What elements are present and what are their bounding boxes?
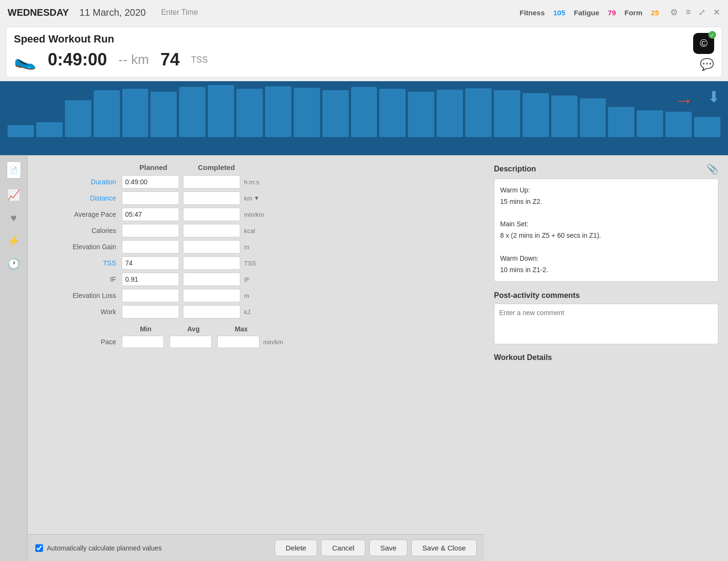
completed-input-6[interactable]: [183, 273, 240, 286]
planned-input-0[interactable]: [122, 175, 179, 189]
app-window: WEDNESDAY 11 March, 2020 Enter Time Fitn…: [0, 0, 728, 561]
unit-1: km ▼: [244, 195, 259, 202]
right-panel: Description 📎 Warm Up: 15 mins in Z2. Ma…: [484, 156, 728, 561]
form-label-5[interactable]: TSS: [33, 259, 122, 267]
completed-input-3[interactable]: [183, 224, 240, 237]
chart-bar: [551, 95, 578, 137]
mam-avg-input-0[interactable]: [170, 336, 212, 348]
planned-input-4[interactable]: [122, 240, 179, 254]
document-icon[interactable]: 📄: [7, 161, 21, 179]
mam-unit-0: min/km: [263, 339, 283, 346]
cancel-button[interactable]: Cancel: [321, 540, 365, 556]
bottom-buttons: Delete Cancel Save Save & Close: [275, 540, 477, 556]
planned-input-5[interactable]: [122, 256, 179, 270]
form-column: Planned Completed Duration h:m:s Distanc…: [28, 156, 484, 561]
chart-bar: [94, 90, 120, 137]
chart-bar: [8, 125, 34, 137]
date-label: 11 March, 2020: [79, 7, 146, 18]
form-label-2: Average Pace: [33, 211, 122, 218]
chart-bar: [179, 87, 205, 137]
max-header: Max: [217, 325, 265, 333]
save-close-button[interactable]: Save & Close: [411, 540, 477, 556]
completed-input-1[interactable]: [183, 191, 240, 205]
fitness-stats: Fitness 105 Fatigue 79 Form 25: [520, 9, 659, 17]
description-box: Warm Up: 15 mins in Z2. Main Set: 8 x (2…: [494, 179, 718, 282]
planned-input-8[interactable]: [122, 305, 179, 318]
lightning-icon[interactable]: ⚡: [7, 235, 20, 247]
form-row: Calories kcal: [33, 224, 479, 237]
auto-calc-section: Automatically calculate planned values: [35, 544, 161, 552]
workout-time: 0:49:00: [48, 50, 107, 70]
fatigue-label: Fatigue: [574, 9, 599, 17]
description-header: Description 📎: [494, 163, 718, 175]
planned-input-7[interactable]: [122, 289, 179, 302]
expand-icon[interactable]: ⤢: [698, 7, 706, 18]
delete-button[interactable]: Delete: [275, 540, 317, 556]
settings-icon[interactable]: ⚙: [670, 7, 678, 18]
window-controls: ⚙ ≡ ⤢ ✕: [670, 7, 720, 18]
completed-input-7[interactable]: [183, 289, 240, 302]
chart-bar: [322, 90, 349, 137]
completed-input-8[interactable]: [183, 305, 240, 318]
completed-input-5[interactable]: [183, 256, 240, 270]
chart-bar: [65, 100, 91, 137]
form-label-8: Work: [33, 308, 122, 316]
chart-bar: [665, 112, 692, 137]
workout-distance: -- km: [118, 52, 149, 67]
comment-input[interactable]: [494, 304, 718, 344]
chart-icon[interactable]: 📈: [7, 189, 20, 201]
arrow-indicator: →: [674, 90, 694, 111]
unit-2: min/km: [244, 211, 264, 218]
chart-bar: [122, 89, 149, 137]
comments-section: Post-activity comments: [494, 291, 718, 346]
menu-icon[interactable]: ≡: [685, 7, 691, 18]
heart-icon[interactable]: ♥: [11, 212, 17, 224]
mam-min-input-0[interactable]: [122, 336, 164, 348]
mam-max-input-0[interactable]: [217, 336, 259, 348]
chart-bar: [379, 89, 406, 137]
fatigue-value: 79: [608, 9, 616, 17]
chart-bar: [208, 85, 234, 137]
form-rows: Duration h:m:s Distance km ▼ Average Pac…: [33, 175, 479, 318]
workout-details-title: Workout Details: [494, 353, 718, 362]
chart-bar: [265, 86, 291, 137]
chart-bar: [150, 92, 177, 137]
clock-icon[interactable]: 🕐: [7, 258, 20, 270]
chart-bar: [694, 117, 720, 137]
form-row: Distance km ▼: [33, 191, 479, 205]
planned-input-6[interactable]: [122, 273, 179, 286]
fitness-value: 105: [553, 9, 565, 17]
planned-input-2[interactable]: [122, 208, 179, 221]
comment-bubble-icon[interactable]: 💬: [700, 58, 714, 71]
planned-input-3[interactable]: [122, 224, 179, 237]
close-icon[interactable]: ✕: [713, 7, 720, 18]
form-label-4: Elevation Gain: [33, 243, 122, 251]
avg-header: Avg: [170, 325, 217, 333]
workout-tss-label: TSS: [191, 55, 208, 65]
download-button[interactable]: ⬇: [707, 88, 720, 106]
form-label-0[interactable]: Duration: [33, 178, 122, 186]
form-label-3: Calories: [33, 227, 122, 234]
unit-8: kJ: [244, 308, 250, 316]
main-content: 📄 📈 ♥ ⚡ 🕐 Planned Completed Duration h:m…: [0, 156, 728, 561]
workout-tss-value: 74: [161, 50, 180, 70]
planned-input-1[interactable]: [122, 191, 179, 205]
auto-calc-label: Automatically calculate planned values: [47, 544, 161, 552]
chart-bar: [580, 98, 606, 137]
form-label-7: Elevation Loss: [33, 292, 122, 299]
completed-input-4[interactable]: [183, 240, 240, 254]
planned-header: Planned: [122, 163, 185, 171]
unit-3: kcal: [244, 227, 255, 234]
completed-input-2[interactable]: [183, 208, 240, 221]
form-row: Work kJ: [33, 305, 479, 318]
auto-calc-checkbox[interactable]: [35, 544, 43, 552]
completed-header: Completed: [185, 163, 248, 171]
completed-input-0[interactable]: [183, 175, 240, 189]
save-button[interactable]: Save: [369, 540, 407, 556]
form-row: TSS TSS: [33, 256, 479, 270]
mam-row: Pace min/km: [33, 336, 479, 348]
paperclip-icon[interactable]: 📎: [707, 163, 718, 175]
enter-time-label[interactable]: Enter Time: [161, 8, 520, 17]
form-label-1[interactable]: Distance: [33, 194, 122, 202]
unit-4: m: [244, 243, 249, 251]
